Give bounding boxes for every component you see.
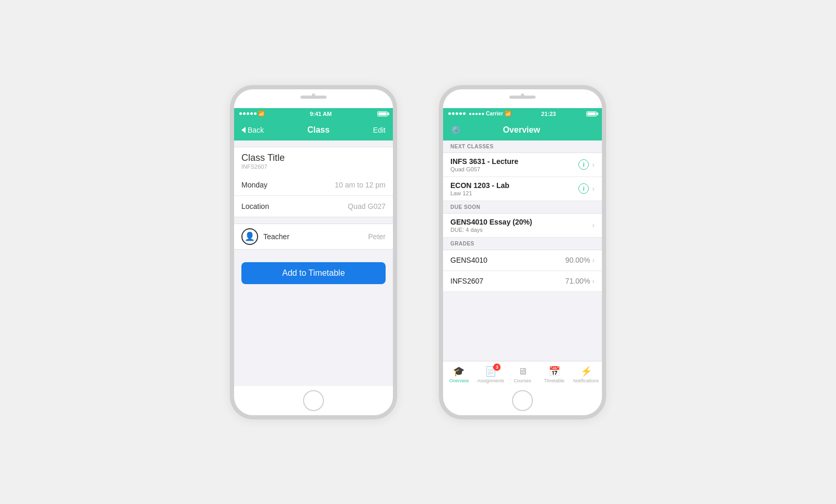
grade-item-2[interactable]: INFS2607 71.00% › (443, 271, 602, 292)
teacher-row: 👤 Teacher Peter (234, 224, 393, 249)
status-right-2 (586, 111, 597, 116)
nav-bar-1: Back Class Edit (234, 120, 393, 140)
status-left-2: ●●●●● Carrier 📶 (448, 111, 511, 116)
tab-assignments[interactable]: 📄 3 Assignments (475, 364, 507, 383)
class-title: Class Title (241, 153, 386, 163)
overview-tab-label: Overview (449, 378, 469, 383)
teacher-card: 👤 Teacher Peter (234, 224, 393, 250)
spacer-1 (234, 140, 393, 147)
scroll-content-1: Class Title INFS2607 Monday 10 am to 12 … (234, 140, 393, 386)
carrier-label: ●●●●● Carrier (469, 111, 503, 116)
battery-2 (586, 111, 597, 116)
class-item-2-actions: i › (578, 183, 595, 194)
class-item-2[interactable]: ECON 1203 - Lab Law 121 i › (443, 177, 602, 201)
status-time-1: 9:41 AM (310, 111, 332, 117)
battery-1 (377, 111, 388, 116)
next-classes-header: NEXT CLASSES (443, 140, 602, 153)
phone-2: ●●●●● Carrier 📶 21:23 ⚙️ Overview (439, 85, 606, 419)
battery-fill-2 (587, 112, 596, 115)
settings-icon[interactable]: ⚙️ (450, 125, 461, 135)
status-time-2: 21:23 (541, 111, 556, 117)
assignments-tab-label: Assignments (477, 378, 504, 383)
class-item-2-content: ECON 1203 - Lab Law 121 (450, 181, 578, 196)
spacer-2 (234, 217, 393, 224)
dot-6 (448, 112, 451, 115)
dot-9 (459, 112, 462, 115)
tab-notifications[interactable]: ⚡ Notifications (570, 364, 602, 383)
notifications-tab-icon: ⚡ (580, 366, 592, 377)
class-item-1-title: INFS 3631 - Lecture (450, 157, 578, 166)
back-button[interactable]: Back (241, 126, 264, 134)
overview-tab-icon: 🎓 (453, 366, 465, 377)
timetable-tab-label: Timetable (544, 378, 564, 383)
edit-button[interactable]: Edit (373, 126, 386, 134)
courses-tab-label: Courses (514, 378, 531, 383)
phone-1: 📶 9:41 AM Back Class (230, 85, 397, 419)
back-chevron-icon (241, 127, 246, 133)
home-button-2[interactable] (512, 390, 533, 411)
chevron-right-4-icon: › (592, 256, 595, 264)
dot-2 (243, 112, 246, 115)
tab-courses[interactable]: 🖥 Courses (507, 364, 539, 383)
notifications-tab-label: Notifications (573, 378, 599, 383)
grade-1-value: 90.00% (565, 256, 590, 264)
teacher-label: Teacher (263, 232, 363, 241)
home-button-1[interactable] (303, 390, 324, 411)
chevron-right-3-icon: › (592, 221, 595, 229)
dot-3 (247, 112, 249, 115)
dot-8 (456, 112, 458, 115)
info-circle-1-icon[interactable]: i (578, 159, 589, 170)
nav-title-1: Class (307, 125, 330, 135)
class-code: INFS2607 (241, 163, 386, 170)
location-label: Location (241, 202, 348, 210)
class-item-1-sub: Quad G057 (450, 166, 578, 172)
teacher-avatar-icon: 👤 (241, 228, 258, 245)
class-item-1-actions: i › (578, 159, 595, 170)
info-circle-2-icon[interactable]: i (578, 183, 589, 194)
add-to-timetable-button[interactable]: Add to Timetable (241, 262, 386, 284)
phone-1-content: 📶 9:41 AM Back Class (234, 108, 393, 386)
due-soon-header: DUE SOON (443, 201, 602, 214)
back-label: Back (248, 126, 264, 134)
wifi-icon-2: 📶 (505, 111, 511, 116)
due-item-1-title: GENS4010 Essay (20%) (450, 218, 592, 226)
location-value: Quad G027 (348, 202, 386, 210)
phone-1-inner: 📶 9:41 AM Back Class (234, 108, 393, 386)
dot-7 (452, 112, 455, 115)
dot-5 (254, 112, 257, 115)
spacer-4 (234, 290, 393, 297)
phone-2-inner: ●●●●● Carrier 📶 21:23 ⚙️ Overview (443, 108, 602, 386)
tab-bar: 🎓 Overview 📄 3 Assignments 🖥 Courses (443, 361, 602, 386)
signal-dots-2 (448, 112, 466, 115)
grades-header: GRADES (443, 238, 602, 250)
dot-1 (239, 112, 242, 115)
chevron-right-2-icon: › (592, 184, 595, 193)
grade-2-value: 71.00% (565, 277, 590, 285)
grade-item-1[interactable]: GENS4010 90.00% › (443, 250, 602, 271)
day-row: Monday 10 am to 12 pm (234, 175, 393, 196)
chevron-right-5-icon: › (592, 277, 595, 285)
due-item-1[interactable]: GENS4010 Essay (20%) DUE: 4 days › (443, 214, 602, 238)
class-item-2-title: ECON 1203 - Lab (450, 181, 578, 190)
teacher-value: Peter (368, 232, 386, 241)
status-right-1 (377, 111, 388, 116)
dot-4 (250, 112, 253, 115)
due-item-1-sub: DUE: 4 days (450, 227, 592, 233)
nav-bar-2: ⚙️ Overview (443, 120, 602, 140)
assignments-tab-icon: 📄 3 (485, 366, 496, 377)
tab-timetable[interactable]: 📅 Timetable (538, 364, 570, 383)
dot-10 (463, 112, 466, 115)
phone-2-content: ●●●●● Carrier 📶 21:23 ⚙️ Overview (443, 108, 602, 386)
wifi-icon: 📶 (258, 111, 264, 116)
status-bar-1: 📶 9:41 AM (234, 108, 393, 120)
due-item-1-content: GENS4010 Essay (20%) DUE: 4 days (450, 218, 592, 233)
class-title-row: Class Title INFS2607 (234, 147, 393, 175)
grade-1-label: GENS4010 (450, 256, 565, 264)
class-item-1[interactable]: INFS 3631 - Lecture Quad G057 i › (443, 153, 602, 177)
grade-2-label: INFS2607 (450, 277, 565, 285)
signal-dots (239, 112, 257, 115)
tab-overview[interactable]: 🎓 Overview (443, 364, 475, 383)
status-left-1: 📶 (239, 111, 264, 116)
class-info-card: Class Title INFS2607 Monday 10 am to 12 … (234, 147, 393, 217)
assignments-badge: 3 (493, 364, 501, 371)
